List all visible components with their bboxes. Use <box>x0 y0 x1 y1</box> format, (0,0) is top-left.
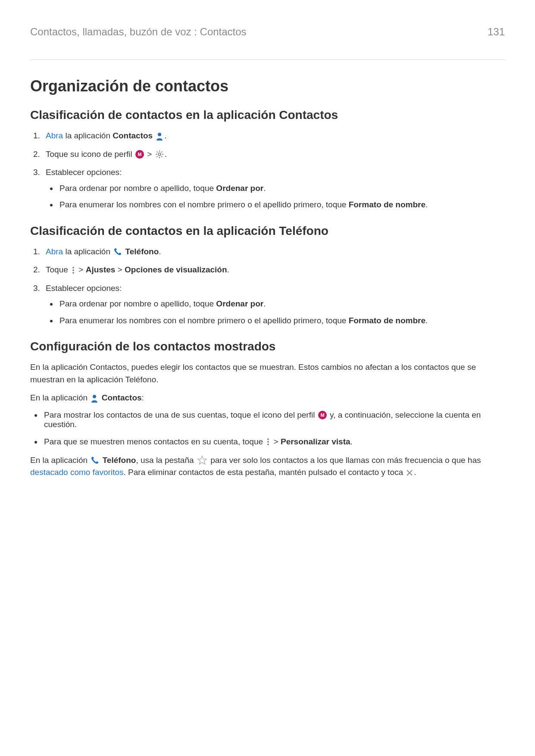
text: > <box>147 150 154 159</box>
svg-point-20 <box>267 444 269 445</box>
svg-line-8 <box>156 152 157 153</box>
svg-point-19 <box>267 441 269 443</box>
text: . Para eliminar contactos de esta pestañ… <box>124 468 406 477</box>
app-name-contacts: Contactos <box>102 393 142 402</box>
text: Para ordenar por nombre o apellido, toqu… <box>59 299 216 308</box>
section-heading-contacts-sort: Clasificación de contactos en la aplicac… <box>30 108 505 122</box>
steps-list: Abra la aplicación Contactos . Toque su … <box>30 130 505 211</box>
svg-point-18 <box>267 438 269 440</box>
svg-line-10 <box>156 156 157 157</box>
app-name-contacts: Contactos <box>113 131 153 140</box>
close-icon <box>406 469 413 476</box>
text: la aplicación <box>63 247 113 256</box>
list-item: Para enumerar los nombres con el nombre … <box>58 315 505 327</box>
text: : <box>142 393 144 402</box>
step-item: Establecer opciones: Para ordenar por no… <box>42 166 505 211</box>
more-vert-icon <box>266 437 270 446</box>
profile-m-icon: M <box>318 411 327 419</box>
option-label: Ordenar por <box>216 299 263 308</box>
list-item: Para mostrar los contactos de una de sus… <box>42 410 505 429</box>
menu-label: Personalizar vista <box>281 437 350 446</box>
app-name-phone: Teléfono <box>103 456 136 465</box>
open-link[interactable]: Abra <box>46 131 63 140</box>
text: . <box>164 131 166 140</box>
text: Para enumerar los nombres con el nombre … <box>59 316 349 325</box>
page-header: Contactos, llamadas, buzón de voz : Cont… <box>30 26 505 60</box>
favorites-link[interactable]: destacado como favoritos <box>30 468 124 477</box>
list-item: Para ordenar por nombre o apellido, toqu… <box>58 298 505 310</box>
option-label: Ordenar por <box>216 184 263 193</box>
list-item: Para enumerar los nombres con el nombre … <box>58 199 505 211</box>
text: . <box>165 150 167 159</box>
paragraph: En la aplicación Contactos, puedes elegi… <box>30 361 505 386</box>
text: . <box>350 437 353 446</box>
step-item: Abra la aplicación Teléfono. <box>42 246 505 258</box>
section-heading-phone-sort: Clasificación de contactos en la aplicac… <box>30 224 505 238</box>
text: para ver solo los contactos a los que ll… <box>210 456 481 465</box>
step-item: Abra la aplicación Contactos . <box>42 130 505 142</box>
svg-point-15 <box>93 395 96 398</box>
list-item: Para ordenar por nombre o apellido, toqu… <box>58 182 505 195</box>
svg-point-3 <box>158 153 161 156</box>
more-vert-icon <box>71 266 75 275</box>
text: . <box>227 265 229 274</box>
menu-label: Ajustes <box>86 265 116 274</box>
text: la aplicación <box>63 131 113 140</box>
svg-point-13 <box>72 269 74 271</box>
text: Para ordenar por nombre o apellido, toqu… <box>59 184 216 193</box>
paragraph: En la aplicación Teléfono, usa la pestañ… <box>30 454 505 479</box>
svg-point-12 <box>72 267 74 269</box>
text: > <box>115 265 125 274</box>
gear-icon <box>155 150 164 159</box>
text: > <box>78 265 85 274</box>
text: Establecer opciones: <box>46 284 122 293</box>
option-label: Formato de nombre <box>349 200 425 209</box>
text: . <box>425 200 428 209</box>
text: Para enumerar los nombres con el nombre … <box>59 200 349 209</box>
options-list: Para ordenar por nombre o apellido, toqu… <box>46 298 505 327</box>
text: , usa la pestaña <box>136 456 196 465</box>
page-title: Organización de contactos <box>30 77 505 95</box>
step-item: Toque > Ajustes > Opciones de visualizac… <box>42 264 505 276</box>
steps-list: Abra la aplicación Teléfono. Toque > Aju… <box>30 246 505 327</box>
contacts-app-icon <box>91 394 98 403</box>
text: En la aplicación <box>30 393 90 402</box>
text: . <box>263 184 266 193</box>
star-outline-icon <box>197 455 207 465</box>
svg-line-9 <box>161 156 162 157</box>
text: . <box>159 247 161 256</box>
app-name-phone: Teléfono <box>125 247 159 256</box>
step-item: Toque su icono de perfil M > . <box>42 148 505 161</box>
text: Toque <box>46 265 70 274</box>
phone-app-icon <box>113 247 122 256</box>
breadcrumb: Contactos, llamadas, buzón de voz : Cont… <box>30 26 247 38</box>
text: > <box>274 437 281 446</box>
options-list: Para mostrar los contactos de una de sus… <box>30 410 505 447</box>
text: Para mostrar los contactos de una de sus… <box>44 410 317 419</box>
open-link[interactable]: Abra <box>46 247 63 256</box>
menu-label: Opciones de visualización <box>125 265 227 274</box>
text: . <box>263 299 266 308</box>
contacts-app-icon <box>156 132 163 141</box>
list-item: Para que se muestren menos contactos en … <box>42 437 505 447</box>
svg-point-14 <box>72 272 74 274</box>
paragraph: En la aplicación Contactos: <box>30 392 505 404</box>
text: . <box>425 316 428 325</box>
text: En la aplicación <box>30 456 90 465</box>
svg-line-11 <box>161 152 162 153</box>
text: Toque su icono de perfil <box>46 150 135 159</box>
text: Establecer opciones: <box>46 168 122 177</box>
text: Para que se muestren menos contactos en … <box>44 437 265 446</box>
svg-text:M: M <box>138 152 141 157</box>
text: . <box>414 468 416 477</box>
step-item: Establecer opciones: Para ordenar por no… <box>42 282 505 327</box>
options-list: Para ordenar por nombre o apellido, toqu… <box>46 182 505 211</box>
profile-m-icon: M <box>135 150 144 159</box>
page-number: 131 <box>488 26 505 38</box>
option-label: Formato de nombre <box>349 316 425 325</box>
svg-point-0 <box>158 133 161 136</box>
section-heading-displayed: Configuración de los contactos mostrados <box>30 340 505 353</box>
phone-app-icon <box>91 456 99 465</box>
svg-text:M: M <box>320 412 324 418</box>
